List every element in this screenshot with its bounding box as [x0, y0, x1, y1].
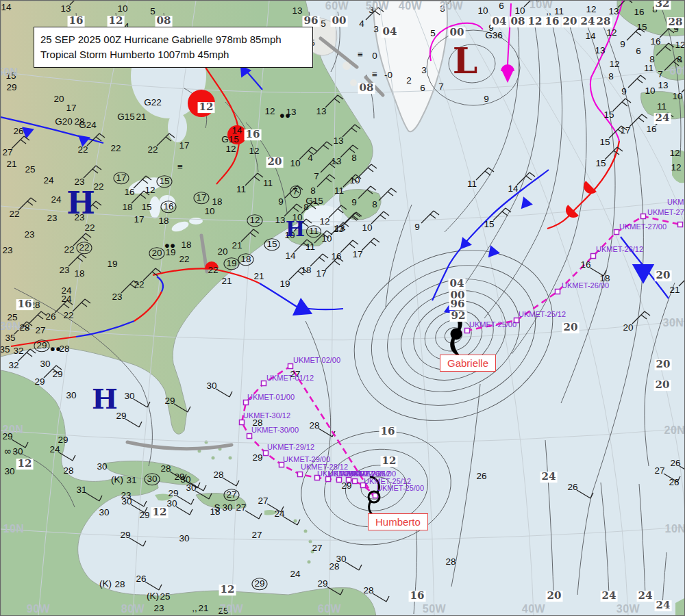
station-value: 22 — [208, 266, 218, 275]
station-value: 17 — [134, 215, 144, 224]
high-pressure-symbol: H — [92, 385, 118, 413]
station-value: 27 — [258, 496, 268, 506]
station-value: G24 — [79, 120, 97, 130]
station-value: 28 — [160, 464, 171, 474]
station-value: 8 — [310, 186, 316, 196]
station-value: 12 — [586, 5, 596, 14]
isobar-contour-label: 92 — [450, 311, 467, 322]
station-value: 27 — [312, 543, 322, 553]
station-value: 15 — [141, 203, 151, 212]
station-value: 22 — [147, 145, 158, 155]
station-value: 20 — [217, 247, 227, 257]
station-value: 30 — [40, 359, 50, 369]
isobar-contour-label: 12 — [16, 459, 34, 470]
station-value: 12 — [669, 149, 680, 158]
isobar-contour-label: 12 — [527, 16, 544, 27]
station-value: 10 — [514, 6, 525, 16]
station-value: 28 — [114, 580, 125, 589]
station-value: 19 — [223, 257, 239, 270]
station-value: ∞ — [4, 447, 11, 457]
isobar-contour-label: 20 — [654, 380, 671, 391]
station-value: 29 — [58, 435, 68, 445]
station-value: 21 — [198, 604, 208, 613]
station-value: 23 — [24, 230, 34, 240]
title-line-1: 25 SEP 2025 00Z Hurricane Gabrielle 978m… — [40, 32, 306, 47]
isobar-contour-label: 00 — [331, 16, 348, 27]
isobar-contour-label: 20 — [655, 359, 672, 370]
station-value: S — [214, 503, 220, 513]
latlon-grid-label: 50W — [423, 603, 446, 615]
humberto-ukmet-point-label: UKMET-25/00 — [377, 485, 424, 492]
station-value: 9 — [351, 198, 357, 207]
station-value: (K) — [111, 475, 123, 485]
station-value: 23 — [153, 604, 164, 613]
station-value: 19 — [279, 279, 290, 289]
station-value: 20 — [53, 94, 64, 104]
station-value: 16 — [634, 8, 644, 17]
station-value: 16 — [580, 260, 590, 270]
station-value: 27 — [223, 489, 239, 501]
station-value: 18 — [301, 266, 311, 275]
station-value: 8 — [677, 55, 682, 64]
station-value: 17 — [113, 172, 129, 184]
station-value: 28 — [19, 323, 29, 333]
humberto-ukmet-point-label: UKMET-29/12 — [267, 444, 314, 451]
isobar-contour-label: 20 — [266, 157, 284, 168]
isobar-contour-label: 12 — [108, 16, 125, 27]
station-value: 11 — [334, 186, 344, 196]
station-value: 12 — [247, 214, 262, 227]
station-value: 22 — [179, 255, 189, 264]
station-value: 25 — [25, 165, 35, 175]
latlon-grid-label: 60N — [670, 65, 685, 77]
station-value: 9 — [621, 87, 627, 97]
station-value: 18 — [74, 269, 84, 279]
station-value: 31 — [76, 485, 86, 495]
station-value: 29 — [120, 530, 130, 540]
station-value: 11 — [306, 225, 321, 238]
station-value: 10 — [349, 176, 360, 185]
isobar-contour-label: 24 — [540, 472, 558, 483]
station-value: 15 — [636, 23, 647, 32]
station-value: 22 — [134, 280, 144, 290]
station-value: 13 — [595, 46, 605, 55]
station-value: 20 — [149, 247, 164, 259]
station-value: 12 — [671, 163, 681, 172]
station-value: 30 — [99, 508, 109, 517]
station-value: 16 — [331, 252, 341, 261]
station-value: 12 — [606, 28, 616, 38]
station-value: 26 — [45, 312, 55, 322]
station-value: 8 — [351, 153, 357, 163]
station-value: 30 — [4, 467, 14, 476]
station-value: 13 — [292, 6, 302, 16]
latlon-grid-label: 10W — [530, 0, 553, 11]
station-value: 11 — [467, 179, 477, 189]
station-value: 30 — [124, 392, 134, 401]
station-value: 32 — [8, 361, 18, 370]
station-value: 14 — [508, 184, 518, 194]
station-value: 9 — [414, 222, 420, 232]
latlon-grid-label: 20N — [3, 424, 24, 436]
station-value: 25 — [160, 592, 170, 602]
station-value: 22 — [77, 145, 88, 155]
station-value: 16 — [160, 201, 176, 213]
station-value: 27 — [2, 148, 12, 157]
station-value: 26 — [136, 574, 146, 584]
station-value: 21 — [232, 241, 242, 251]
isobar-contour-label: 28 — [667, 17, 684, 28]
station-value: (K) — [147, 591, 159, 601]
isobar-contour-label: 12 — [219, 585, 236, 595]
station-value: 12 — [264, 107, 275, 116]
station-value: 5 — [430, 29, 436, 38]
station-value: 21 — [669, 285, 680, 295]
latlon-grid-label: 60W — [325, 0, 349, 12]
title-line-2: Tropical Storm Humberto 1007mb 45mph — [40, 47, 306, 62]
weather-surface-analysis-map: 14131410513553430-03267359G3691061011,,1… — [0, 0, 685, 616]
station-value: 10 — [290, 159, 300, 168]
humberto-ukmet-point-label: UKMET-02/00 — [293, 357, 340, 364]
station-value: 9 — [278, 197, 284, 207]
station-value: 12 — [609, 60, 619, 69]
station-value: 18 — [212, 197, 222, 207]
latlon-grid-label: 80W — [121, 603, 145, 615]
station-value: 10 — [362, 223, 372, 233]
station-value: 21 — [253, 272, 264, 281]
